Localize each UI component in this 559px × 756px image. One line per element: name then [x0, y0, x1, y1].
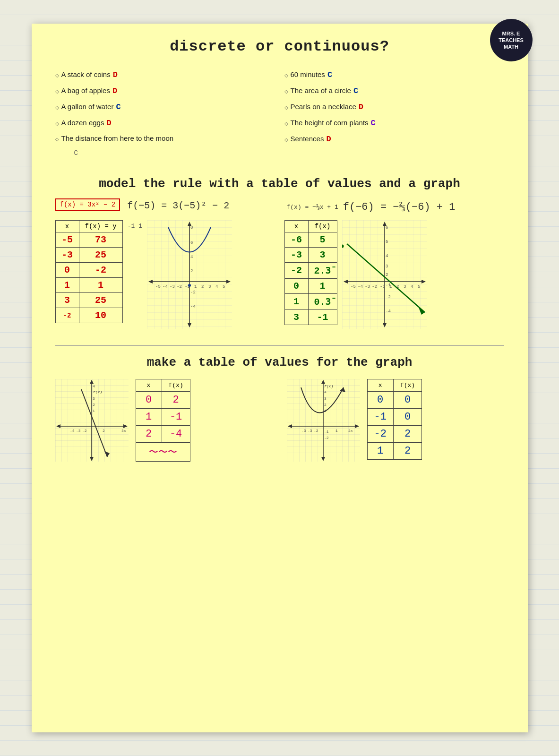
- answer-eggs: D: [106, 115, 111, 131]
- table-row: 〜〜〜: [136, 443, 190, 462]
- page-wrapper: MRS. E TEACHES MATH discrete or continuo…: [0, 0, 559, 756]
- func2-label: f(x) = −⅔x + 1: [287, 203, 338, 211]
- graph1-svg: 8 6 4 2 -2 -4 -5 -4 -3 -2 -1 1 2: [147, 220, 232, 329]
- graph3-container: 4 3 2 1 3x -2 -3 -4 2 f(x): [55, 379, 129, 464]
- y2-label-n1: -1: [386, 283, 391, 288]
- list-item-coins: ◇ A stack of coins D: [55, 67, 275, 83]
- list-item-minutes: ◇ 60 minutes C: [284, 67, 504, 83]
- graph3-svg: 4 3 2 1 3x -2 -3 -4 2 f(x): [55, 379, 129, 462]
- x-label-n5: -5: [155, 284, 161, 289]
- func2-eval: f(−6) = −⅔(−6) + 1: [343, 200, 456, 213]
- y-label-n4: -4: [190, 304, 196, 309]
- table4: x f(x) 0 0 -1 0 -2 2: [367, 379, 422, 460]
- fx-val: 73: [79, 232, 122, 248]
- discrete-list: ◇ A stack of coins D ◇ A bag of apples D…: [55, 67, 504, 160]
- item-text: 60 minutes: [291, 68, 325, 82]
- fx-val: 2.3̄: [308, 263, 337, 279]
- graph2-svg: -5 -4 -3 -2 -1 1 2 3 4 5 6 5 4: [342, 220, 427, 329]
- col-fx-1: f(x) = y: [79, 221, 122, 232]
- x-label-1: 1: [194, 284, 197, 289]
- bottom-row: 4 3 2 1 3x -2 -3 -4 2 f(x): [55, 379, 504, 464]
- table-row: 1 2: [367, 443, 422, 460]
- list-item-moon: ◇ The distance from here to the moon: [55, 131, 275, 146]
- diamond-icon: ◇: [55, 135, 59, 144]
- diamond-icon: ◇: [284, 103, 288, 112]
- x4-label-n2: -2: [314, 429, 318, 433]
- answer-water: C: [116, 99, 120, 115]
- x-val: 1: [284, 294, 308, 310]
- x-label-n2: -2: [177, 284, 182, 289]
- discrete-col-right: ◇ 60 minutes C ◇ The area of a circle C …: [284, 67, 504, 160]
- func2-header: f(x) = −⅔x + 1 f(−6) = −⅔(−6) + 1: [287, 198, 504, 215]
- bottom-left: 4 3 2 1 3x -2 -3 -4 2 f(x): [55, 379, 273, 464]
- main-title: discrete or continuous?: [55, 38, 504, 55]
- list-item-eggs: ◇ A dozen eggs D: [55, 115, 275, 131]
- graph4-svg: 4 3 2 1 -1 -2 2x -2 -3 -3 1 f(x): [287, 379, 360, 462]
- y3-label-3: 3: [93, 396, 95, 401]
- x3-label-2: 2: [103, 429, 105, 433]
- t3-col-fx: f(x): [162, 379, 190, 392]
- table3: x f(x) 0 2 1 -1 2 -4: [136, 379, 190, 462]
- list-item-circle: ◇ The area of a circle C: [284, 83, 504, 99]
- fx-val-t4-1: 0: [393, 409, 421, 426]
- discrete-col-left: ◇ A stack of coins D ◇ A bag of apples D…: [55, 67, 275, 160]
- item-text: A dozen eggs: [61, 116, 104, 130]
- brand-line1: MRS. E: [502, 30, 520, 37]
- y4-label-4: 4: [324, 390, 327, 394]
- x2-label-3: 3: [404, 284, 406, 289]
- x2-label-n5: -5: [351, 284, 356, 289]
- table-row: -6 5: [284, 232, 337, 248]
- item-text: Pearls on a necklace: [291, 100, 356, 114]
- y4-label-2: 2: [324, 403, 327, 407]
- y2-label-4: 4: [386, 254, 388, 258]
- fx-val-t4-0: 0: [393, 392, 421, 409]
- x2-label-n1: -1: [380, 284, 385, 289]
- diamond-icon: ◇: [284, 119, 288, 129]
- x-val: -3: [55, 248, 79, 263]
- t4-col-fx: f(x): [393, 379, 421, 392]
- func2-section: x f(x) -6 5 -3 3 -2 2.3̄: [284, 220, 504, 331]
- table-row: 3 25: [55, 293, 122, 308]
- wavy-decoration: 〜〜〜: [136, 443, 190, 462]
- moon-answer-sub: C: [69, 146, 275, 160]
- x-val-t3-2: 2: [136, 426, 162, 443]
- brand-badge: MRS. E TEACHES MATH: [490, 19, 533, 61]
- fx-val: 3: [308, 248, 337, 263]
- table-row: 0 2: [136, 392, 190, 409]
- table-row: -1 0: [367, 409, 422, 426]
- x-val: 0: [284, 279, 308, 294]
- x2-label-n4: -4: [358, 284, 363, 289]
- y2-label-5: 5: [386, 240, 388, 244]
- table-row: 1 1: [55, 278, 122, 293]
- diamond-icon: ◇: [55, 103, 59, 112]
- section3-title: make a table of values for the graph: [55, 355, 504, 369]
- graph4-fx-label: f(x): [324, 384, 333, 388]
- answer-pearls: D: [359, 99, 363, 115]
- x-val: -6: [284, 232, 308, 248]
- func1-boxed-label: f(x) = 3x² − 2: [55, 198, 120, 211]
- item-text: A gallon of water: [61, 100, 114, 114]
- answer-sentences: D: [326, 131, 331, 147]
- fx-val: -1: [308, 310, 337, 325]
- x-val-t4-3: 1: [367, 443, 393, 460]
- y3-label-top: 4: [93, 384, 95, 388]
- x-val-t4-2: -2: [367, 426, 393, 443]
- x4-label-n3: -3: [308, 429, 312, 433]
- list-item-sentences: ◇ Sentences D: [284, 131, 504, 147]
- table-row: -3 3: [284, 248, 337, 263]
- item-text: A stack of coins: [61, 68, 111, 82]
- x-val: 3: [284, 310, 308, 325]
- table-row: -2 10: [55, 308, 122, 323]
- list-item-water: ◇ A gallon of water C: [55, 99, 275, 115]
- col-x-1: x: [55, 221, 79, 232]
- item-text: The distance from here to the moon: [61, 131, 174, 146]
- graph3-fx-label: f(x): [93, 390, 102, 394]
- fx-val: 1: [308, 279, 337, 294]
- x2-label-n3: -3: [365, 284, 370, 289]
- bottom-right: 4 3 2 1 -1 -2 2x -2 -3 -3 1 f(x): [287, 379, 504, 464]
- x-val: -3: [284, 248, 308, 263]
- y4-label-n2: -2: [324, 436, 329, 440]
- answer-apples: D: [112, 83, 117, 99]
- brand-line3: MATH: [504, 43, 518, 50]
- diamond-icon: ◇: [55, 119, 59, 129]
